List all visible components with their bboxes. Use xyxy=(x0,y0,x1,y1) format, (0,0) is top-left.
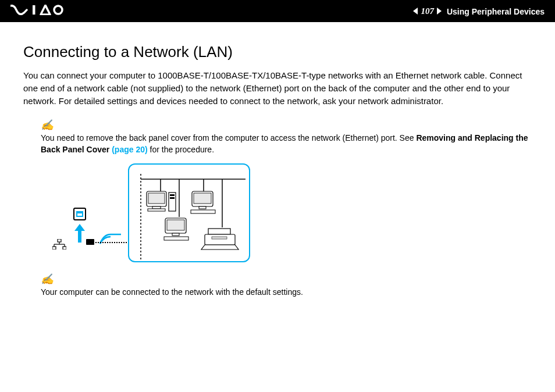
note-1-pre: You need to remove the back panel cover … xyxy=(41,133,416,142)
note-icon: ✍ xyxy=(41,119,54,131)
svg-rect-7 xyxy=(52,247,56,250)
svg-rect-8 xyxy=(63,247,66,250)
network-box xyxy=(128,163,250,262)
svg-rect-31 xyxy=(205,234,235,245)
svg-rect-2 xyxy=(58,239,61,242)
svg-rect-20 xyxy=(170,194,175,196)
svg-rect-25 xyxy=(191,210,215,213)
note-1: ✍ You need to remove the back panel cove… xyxy=(41,119,532,155)
section-title: Using Peripheral Devices xyxy=(447,7,545,16)
header-bar: 107 Using Peripheral Devices xyxy=(0,0,555,22)
network-hub-icon xyxy=(52,239,66,250)
intro-paragraph: You can connect your computer to 1000BAS… xyxy=(23,69,532,107)
svg-rect-23 xyxy=(194,193,211,204)
cable-plug-icon xyxy=(86,239,94,245)
svg-rect-21 xyxy=(170,197,175,199)
network-illustration xyxy=(129,165,251,263)
svg-rect-29 xyxy=(164,237,188,240)
note-2-text: Your computer can be connected to the ne… xyxy=(41,287,532,298)
svg-rect-27 xyxy=(167,220,184,230)
note-1-link[interactable]: (page 20) xyxy=(112,145,147,154)
ethernet-port-icon xyxy=(73,208,86,220)
arrow-up-icon xyxy=(74,224,85,243)
svg-rect-17 xyxy=(152,206,161,209)
vaio-logo xyxy=(10,5,64,17)
page-number: 107 xyxy=(421,6,434,16)
note-icon: ✍ xyxy=(41,273,54,286)
note-2: ✍ Your computer can be connected to the … xyxy=(41,273,532,298)
note-1-text: You need to remove the back panel cover … xyxy=(41,133,532,155)
content-area: Connecting to a Network (LAN) You can co… xyxy=(0,22,555,318)
network-diagram xyxy=(41,163,532,262)
svg-rect-18 xyxy=(148,209,165,211)
svg-rect-0 xyxy=(33,5,35,15)
svg-rect-24 xyxy=(199,206,206,209)
svg-point-1 xyxy=(54,6,62,14)
prev-page-icon[interactable] xyxy=(411,7,419,15)
header-right: 107 Using Peripheral Devices xyxy=(411,6,545,16)
svg-rect-16 xyxy=(148,193,165,204)
page-nav: 107 xyxy=(411,6,443,16)
page-title: Connecting to a Network (LAN) xyxy=(23,43,532,61)
svg-rect-28 xyxy=(172,233,179,236)
svg-rect-30 xyxy=(208,229,230,234)
next-page-icon[interactable] xyxy=(435,7,443,15)
diagram-left-icons xyxy=(41,163,122,262)
note-1-post: for the procedure. xyxy=(148,145,214,154)
svg-rect-32 xyxy=(212,237,227,239)
